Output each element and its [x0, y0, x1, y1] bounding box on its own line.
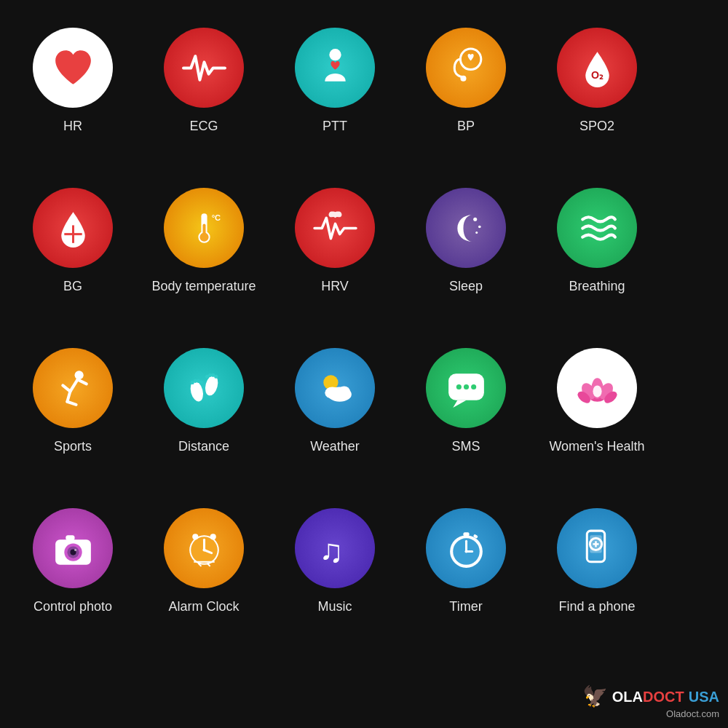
- cell-findphone: Find a phone: [531, 495, 662, 655]
- svg-point-14: [74, 371, 83, 379]
- svg-point-35: [456, 384, 461, 389]
- svg-point-44: [593, 385, 601, 397]
- bg-icon-circle: [33, 188, 113, 268]
- svg-point-25: [199, 380, 202, 384]
- spo2-icon-circle: O₂: [557, 28, 637, 108]
- music-label: Music: [317, 598, 352, 615]
- cell-spo2: O₂ SPO2: [531, 15, 662, 175]
- bp-icon-circle: [426, 28, 506, 108]
- cell-hrv: HRV: [269, 175, 400, 335]
- svg-point-29: [214, 374, 218, 378]
- feature-grid: HR ECG PTT: [0, 0, 728, 670]
- svg-point-0: [329, 49, 341, 60]
- svg-point-12: [478, 225, 480, 228]
- svg-point-2: [460, 75, 466, 81]
- music-icon-circle: ♫: [295, 508, 375, 588]
- breathing-icon-circle: [557, 188, 637, 268]
- distance-icon-circle: [164, 348, 244, 428]
- cell-hr: HR: [7, 15, 138, 175]
- womens-icon-circle: [557, 348, 637, 428]
- svg-point-11: [473, 217, 477, 221]
- brand-text: OLADOCT USA: [612, 687, 719, 706]
- spo2-label: SPO2: [579, 118, 614, 135]
- svg-point-37: [471, 384, 476, 389]
- cell-bg: BG: [7, 175, 138, 335]
- svg-line-17: [67, 391, 70, 401]
- svg-point-36: [463, 384, 468, 389]
- svg-line-15: [70, 379, 77, 391]
- sports-icon-circle: [33, 348, 113, 428]
- cell-bp: BP: [400, 15, 531, 175]
- temp-label: Body temperature: [151, 278, 256, 295]
- watermark: 🦅 OLADOCT USA Oladoct.com: [582, 684, 719, 719]
- svg-line-18: [67, 401, 76, 404]
- cell-sms: SMS: [400, 335, 531, 495]
- sms-label: SMS: [451, 438, 480, 455]
- bp-label: BP: [457, 118, 475, 135]
- weather-icon-circle: [295, 348, 375, 428]
- sports-label: Sports: [54, 438, 92, 455]
- womens-label: Women's Health: [549, 438, 644, 455]
- svg-text:♫: ♫: [319, 532, 344, 568]
- breathing-label: Breathing: [569, 278, 625, 295]
- temp-icon-circle: °C: [164, 188, 244, 268]
- cell-sleep: Sleep: [400, 175, 531, 335]
- hr-label: HR: [63, 118, 82, 135]
- svg-point-57: [210, 534, 215, 539]
- alarm-label: Alarm Clock: [168, 598, 239, 615]
- hrv-icon-circle: [295, 188, 375, 268]
- cell-distance: Distance: [138, 335, 269, 495]
- cell-temp: °C Body temperature: [138, 175, 269, 335]
- svg-point-32: [325, 387, 339, 398]
- bg-label: BG: [63, 278, 82, 295]
- alarm-icon-circle: [164, 508, 244, 588]
- cell-alarm: Alarm Clock: [138, 495, 269, 655]
- svg-point-33: [338, 386, 349, 396]
- sleep-label: Sleep: [449, 278, 483, 295]
- ecg-icon-circle: [164, 28, 244, 108]
- distance-label: Distance: [178, 438, 229, 455]
- svg-rect-64: [463, 532, 469, 536]
- svg-text:°C: °C: [211, 213, 221, 222]
- findphone-label: Find a phone: [558, 598, 635, 615]
- ptt-icon-circle: [295, 28, 375, 108]
- timer-icon-circle: [426, 508, 506, 588]
- sleep-icon-circle: [426, 188, 506, 268]
- cell-weather: Weather: [269, 335, 400, 495]
- svg-text:O₂: O₂: [590, 68, 603, 80]
- weather-label: Weather: [310, 438, 360, 455]
- svg-line-19: [77, 379, 86, 384]
- svg-point-49: [74, 549, 76, 551]
- ptt-label: PTT: [323, 118, 347, 135]
- cell-ecg: ECG: [138, 15, 269, 175]
- cell-womens: Women's Health: [531, 335, 662, 495]
- svg-rect-50: [66, 535, 74, 540]
- hrv-label: HRV: [321, 278, 349, 295]
- cell-photo: Control photo: [7, 495, 138, 655]
- photo-icon-circle: [33, 508, 113, 588]
- ecg-label: ECG: [189, 118, 218, 135]
- findphone-icon-circle: [557, 508, 637, 588]
- timer-label: Timer: [449, 598, 482, 615]
- cell-music: ♫ Music: [269, 495, 400, 655]
- photo-label: Control photo: [33, 598, 112, 615]
- cell-breathing: Breathing: [531, 175, 662, 335]
- cell-ptt: PTT: [269, 15, 400, 175]
- sms-icon-circle: [426, 348, 506, 428]
- site-label: Oladoct.com: [666, 708, 719, 719]
- svg-point-56: [192, 534, 198, 539]
- svg-point-13: [475, 232, 478, 234]
- svg-point-9: [199, 232, 208, 241]
- hr-icon-circle: [33, 28, 113, 108]
- cell-sports: Sports: [7, 335, 138, 495]
- cell-timer: Timer: [400, 495, 531, 655]
